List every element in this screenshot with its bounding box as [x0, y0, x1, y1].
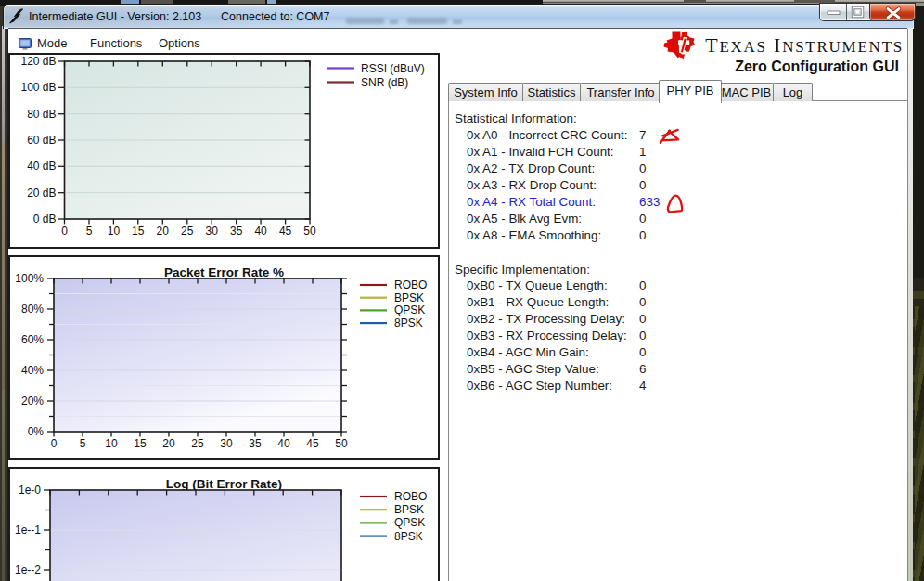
svg-text:25: 25: [181, 225, 194, 238]
svg-text:20%: 20%: [21, 394, 44, 407]
svg-text:8PSK: 8PSK: [394, 530, 423, 543]
svg-text:50: 50: [303, 225, 316, 238]
svg-text:0: 0: [61, 225, 68, 238]
svg-text:35: 35: [230, 225, 243, 238]
svg-text:80%: 80%: [21, 303, 44, 316]
svg-text:SNR (dB): SNR (dB): [361, 76, 408, 89]
svg-text:ROBO: ROBO: [394, 490, 427, 503]
svg-text:QPSK: QPSK: [394, 516, 425, 529]
svg-text:10: 10: [105, 437, 118, 450]
svg-text:35: 35: [249, 437, 262, 450]
svg-text:1e-0: 1e-0: [19, 484, 41, 497]
svg-text:BPSK: BPSK: [394, 503, 424, 516]
svg-text:1e--2: 1e--2: [15, 563, 41, 576]
svg-text:100 dB: 100 dB: [20, 81, 56, 94]
svg-text:0%: 0%: [28, 425, 45, 438]
svg-text:50: 50: [335, 437, 348, 450]
svg-text:15: 15: [134, 437, 147, 450]
svg-text:60%: 60%: [21, 333, 44, 346]
svg-text:30: 30: [220, 437, 233, 450]
svg-text:100%: 100%: [15, 272, 44, 285]
svg-text:QPSK: QPSK: [394, 303, 425, 316]
svg-text:10: 10: [108, 225, 121, 238]
svg-text:1e--1: 1e--1: [15, 523, 41, 536]
svg-text:20 dB: 20 dB: [27, 187, 56, 200]
svg-text:ROBO: ROBO: [394, 278, 427, 291]
svg-text:40%: 40%: [21, 364, 44, 377]
svg-text:0 dB: 0 dB: [33, 213, 57, 226]
svg-text:0: 0: [51, 437, 58, 450]
svg-text:25: 25: [191, 437, 204, 450]
svg-text:8PSK: 8PSK: [394, 316, 423, 329]
svg-text:RSSI (dBuV): RSSI (dBuV): [361, 62, 425, 75]
svg-text:Packet Error Rate %: Packet Error Rate %: [164, 265, 284, 279]
svg-text:15: 15: [132, 225, 145, 238]
svg-text:45: 45: [279, 225, 292, 238]
svg-text:40 dB: 40 dB: [27, 160, 56, 173]
svg-text:5: 5: [80, 437, 86, 450]
svg-text:40: 40: [277, 437, 290, 450]
svg-text:20: 20: [162, 437, 175, 450]
svg-text:60 dB: 60 dB: [27, 134, 56, 147]
svg-text:Log (Bit Error Rate): Log (Bit Error Rate): [166, 477, 282, 491]
svg-text:80 dB: 80 dB: [27, 108, 56, 121]
svg-text:45: 45: [306, 437, 319, 450]
svg-text:BPSK: BPSK: [394, 291, 424, 304]
svg-text:5: 5: [86, 225, 93, 238]
svg-text:120 dB: 120 dB: [20, 55, 56, 68]
svg-text:30: 30: [206, 225, 219, 238]
svg-text:20: 20: [157, 225, 170, 238]
svg-text:40: 40: [254, 225, 267, 238]
